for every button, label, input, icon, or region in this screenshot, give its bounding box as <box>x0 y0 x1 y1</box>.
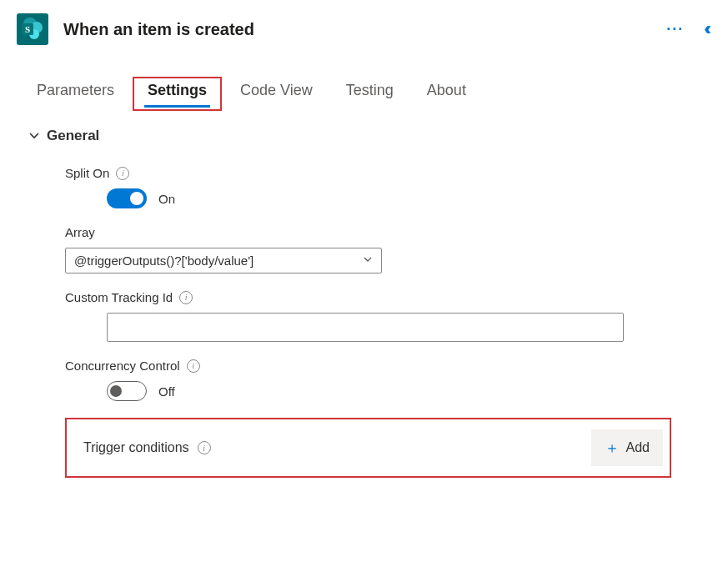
field-concurrency: Concurrency Control i Off <box>65 359 671 401</box>
tab-parameters[interactable]: Parameters <box>20 75 131 108</box>
collapse-icon[interactable]: ‹‹ <box>704 18 706 40</box>
tab-bar: Parameters Settings Code View Testing Ab… <box>0 52 728 108</box>
tab-about[interactable]: About <box>410 75 483 108</box>
sharepoint-icon: S <box>17 13 48 45</box>
info-icon[interactable]: i <box>116 167 129 180</box>
concurrency-label: Concurrency Control <box>65 359 180 373</box>
custom-tracking-input[interactable] <box>107 313 624 342</box>
split-on-state: On <box>158 192 175 206</box>
svg-text:S: S <box>25 24 30 34</box>
field-trigger-conditions: Trigger conditions i ＋ Add <box>65 418 671 478</box>
info-icon[interactable]: i <box>187 359 200 373</box>
plus-icon: ＋ <box>605 438 620 458</box>
array-label: Array <box>65 225 95 239</box>
info-icon[interactable]: i <box>179 291 193 304</box>
split-on-toggle[interactable] <box>107 188 147 208</box>
tab-settings[interactable]: Settings <box>131 75 223 108</box>
card-header: S When an item is created ··· ‹‹ <box>0 0 728 52</box>
info-icon[interactable]: i <box>198 441 211 454</box>
tab-settings-label: Settings <box>148 82 207 98</box>
add-trigger-condition-button[interactable]: ＋ Add <box>591 429 663 466</box>
field-split-on: Split On i On <box>65 166 671 208</box>
section-header-general[interactable]: General <box>28 128 708 144</box>
array-dropdown[interactable]: @triggerOutputs()?['body/value'] <box>65 248 382 273</box>
card-title: When an item is created <box>63 20 666 39</box>
toggle-thumb <box>110 385 122 397</box>
section-title: General <box>47 128 99 144</box>
split-on-label: Split On <box>65 166 109 180</box>
toggle-thumb <box>130 192 143 205</box>
chevron-down-icon <box>28 129 40 143</box>
concurrency-toggle[interactable] <box>107 381 147 401</box>
concurrency-state: Off <box>158 384 175 399</box>
tab-testing[interactable]: Testing <box>329 75 410 108</box>
section-general: General Split On i On Array @triggerOutp… <box>0 108 728 478</box>
field-array: Array @triggerOutputs()?['body/value'] <box>65 225 671 273</box>
field-custom-tracking: Custom Tracking Id i <box>65 290 671 342</box>
add-label: Add <box>626 440 650 455</box>
chevron-down-icon <box>363 254 373 267</box>
array-value: @triggerOutputs()?['body/value'] <box>74 253 254 268</box>
more-menu-button[interactable]: ··· <box>666 21 684 38</box>
custom-tracking-label: Custom Tracking Id <box>65 290 173 304</box>
trigger-conditions-label: Trigger conditions <box>83 440 189 455</box>
tab-code-view[interactable]: Code View <box>223 75 329 108</box>
